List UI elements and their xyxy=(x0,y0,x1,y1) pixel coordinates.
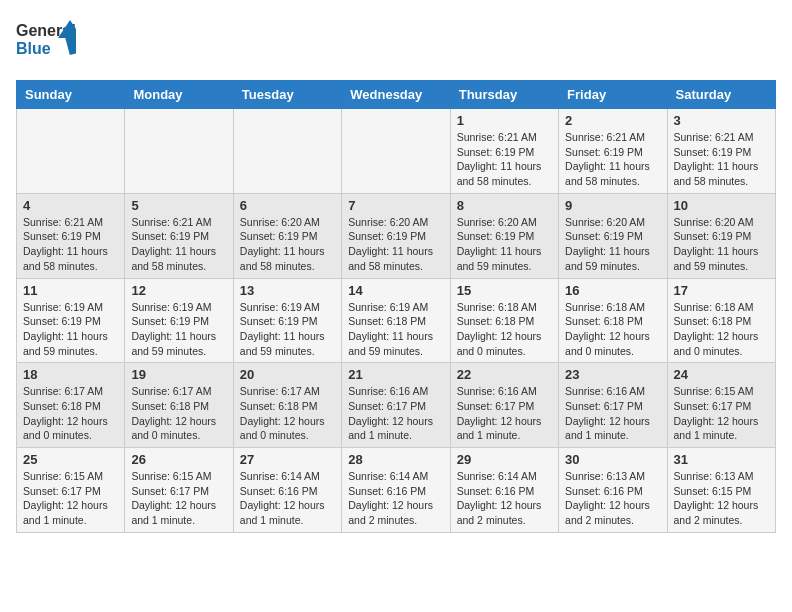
day-info: Sunrise: 6:21 AM Sunset: 6:19 PM Dayligh… xyxy=(23,215,118,274)
calendar-week-row: 18Sunrise: 6:17 AM Sunset: 6:18 PM Dayli… xyxy=(17,363,776,448)
day-info: Sunrise: 6:20 AM Sunset: 6:19 PM Dayligh… xyxy=(674,215,769,274)
day-info: Sunrise: 6:19 AM Sunset: 6:19 PM Dayligh… xyxy=(23,300,118,359)
day-info: Sunrise: 6:18 AM Sunset: 6:18 PM Dayligh… xyxy=(565,300,660,359)
day-number: 2 xyxy=(565,113,660,128)
day-info: Sunrise: 6:15 AM Sunset: 6:17 PM Dayligh… xyxy=(674,384,769,443)
day-info: Sunrise: 6:20 AM Sunset: 6:19 PM Dayligh… xyxy=(240,215,335,274)
calendar-cell: 22Sunrise: 6:16 AM Sunset: 6:17 PM Dayli… xyxy=(450,363,558,448)
day-info: Sunrise: 6:19 AM Sunset: 6:19 PM Dayligh… xyxy=(240,300,335,359)
day-number: 5 xyxy=(131,198,226,213)
day-number: 22 xyxy=(457,367,552,382)
calendar-cell: 28Sunrise: 6:14 AM Sunset: 6:16 PM Dayli… xyxy=(342,448,450,533)
calendar-cell: 11Sunrise: 6:19 AM Sunset: 6:19 PM Dayli… xyxy=(17,278,125,363)
day-info: Sunrise: 6:13 AM Sunset: 6:16 PM Dayligh… xyxy=(565,469,660,528)
day-number: 29 xyxy=(457,452,552,467)
calendar-cell: 2Sunrise: 6:21 AM Sunset: 6:19 PM Daylig… xyxy=(559,109,667,194)
calendar-cell: 8Sunrise: 6:20 AM Sunset: 6:19 PM Daylig… xyxy=(450,193,558,278)
calendar-cell: 29Sunrise: 6:14 AM Sunset: 6:16 PM Dayli… xyxy=(450,448,558,533)
day-info: Sunrise: 6:18 AM Sunset: 6:18 PM Dayligh… xyxy=(457,300,552,359)
col-header-saturday: Saturday xyxy=(667,81,775,109)
calendar-cell xyxy=(125,109,233,194)
calendar-cell: 23Sunrise: 6:16 AM Sunset: 6:17 PM Dayli… xyxy=(559,363,667,448)
day-info: Sunrise: 6:16 AM Sunset: 6:17 PM Dayligh… xyxy=(457,384,552,443)
day-number: 1 xyxy=(457,113,552,128)
day-number: 7 xyxy=(348,198,443,213)
day-info: Sunrise: 6:21 AM Sunset: 6:19 PM Dayligh… xyxy=(565,130,660,189)
day-info: Sunrise: 6:20 AM Sunset: 6:19 PM Dayligh… xyxy=(565,215,660,274)
day-info: Sunrise: 6:19 AM Sunset: 6:18 PM Dayligh… xyxy=(348,300,443,359)
day-info: Sunrise: 6:13 AM Sunset: 6:15 PM Dayligh… xyxy=(674,469,769,528)
day-info: Sunrise: 6:20 AM Sunset: 6:19 PM Dayligh… xyxy=(457,215,552,274)
day-info: Sunrise: 6:21 AM Sunset: 6:19 PM Dayligh… xyxy=(131,215,226,274)
day-info: Sunrise: 6:19 AM Sunset: 6:19 PM Dayligh… xyxy=(131,300,226,359)
day-number: 30 xyxy=(565,452,660,467)
day-number: 28 xyxy=(348,452,443,467)
calendar-cell xyxy=(233,109,341,194)
day-info: Sunrise: 6:16 AM Sunset: 6:17 PM Dayligh… xyxy=(565,384,660,443)
day-number: 25 xyxy=(23,452,118,467)
day-number: 11 xyxy=(23,283,118,298)
col-header-wednesday: Wednesday xyxy=(342,81,450,109)
day-info: Sunrise: 6:16 AM Sunset: 6:17 PM Dayligh… xyxy=(348,384,443,443)
col-header-tuesday: Tuesday xyxy=(233,81,341,109)
header: General Blue xyxy=(16,16,776,70)
calendar-cell xyxy=(342,109,450,194)
calendar-cell: 17Sunrise: 6:18 AM Sunset: 6:18 PM Dayli… xyxy=(667,278,775,363)
logo: General Blue xyxy=(16,16,76,70)
calendar-cell: 26Sunrise: 6:15 AM Sunset: 6:17 PM Dayli… xyxy=(125,448,233,533)
calendar-cell: 6Sunrise: 6:20 AM Sunset: 6:19 PM Daylig… xyxy=(233,193,341,278)
calendar-cell: 15Sunrise: 6:18 AM Sunset: 6:18 PM Dayli… xyxy=(450,278,558,363)
day-info: Sunrise: 6:18 AM Sunset: 6:18 PM Dayligh… xyxy=(674,300,769,359)
day-info: Sunrise: 6:14 AM Sunset: 6:16 PM Dayligh… xyxy=(348,469,443,528)
day-number: 15 xyxy=(457,283,552,298)
day-info: Sunrise: 6:14 AM Sunset: 6:16 PM Dayligh… xyxy=(457,469,552,528)
calendar-cell: 19Sunrise: 6:17 AM Sunset: 6:18 PM Dayli… xyxy=(125,363,233,448)
day-number: 9 xyxy=(565,198,660,213)
calendar-cell: 4Sunrise: 6:21 AM Sunset: 6:19 PM Daylig… xyxy=(17,193,125,278)
calendar-cell: 18Sunrise: 6:17 AM Sunset: 6:18 PM Dayli… xyxy=(17,363,125,448)
day-number: 17 xyxy=(674,283,769,298)
day-number: 23 xyxy=(565,367,660,382)
day-number: 21 xyxy=(348,367,443,382)
calendar-week-row: 1Sunrise: 6:21 AM Sunset: 6:19 PM Daylig… xyxy=(17,109,776,194)
calendar-cell: 1Sunrise: 6:21 AM Sunset: 6:19 PM Daylig… xyxy=(450,109,558,194)
calendar-cell: 13Sunrise: 6:19 AM Sunset: 6:19 PM Dayli… xyxy=(233,278,341,363)
day-number: 10 xyxy=(674,198,769,213)
day-number: 19 xyxy=(131,367,226,382)
day-info: Sunrise: 6:17 AM Sunset: 6:18 PM Dayligh… xyxy=(23,384,118,443)
calendar-cell: 10Sunrise: 6:20 AM Sunset: 6:19 PM Dayli… xyxy=(667,193,775,278)
day-number: 12 xyxy=(131,283,226,298)
day-info: Sunrise: 6:17 AM Sunset: 6:18 PM Dayligh… xyxy=(240,384,335,443)
logo-icon: General Blue xyxy=(16,16,76,70)
calendar-cell: 14Sunrise: 6:19 AM Sunset: 6:18 PM Dayli… xyxy=(342,278,450,363)
calendar-cell: 25Sunrise: 6:15 AM Sunset: 6:17 PM Dayli… xyxy=(17,448,125,533)
calendar-cell: 7Sunrise: 6:20 AM Sunset: 6:19 PM Daylig… xyxy=(342,193,450,278)
svg-text:Blue: Blue xyxy=(16,40,51,57)
day-number: 18 xyxy=(23,367,118,382)
calendar-cell: 21Sunrise: 6:16 AM Sunset: 6:17 PM Dayli… xyxy=(342,363,450,448)
calendar-cell: 12Sunrise: 6:19 AM Sunset: 6:19 PM Dayli… xyxy=(125,278,233,363)
day-info: Sunrise: 6:21 AM Sunset: 6:19 PM Dayligh… xyxy=(674,130,769,189)
day-number: 6 xyxy=(240,198,335,213)
col-header-thursday: Thursday xyxy=(450,81,558,109)
calendar-cell: 20Sunrise: 6:17 AM Sunset: 6:18 PM Dayli… xyxy=(233,363,341,448)
day-number: 14 xyxy=(348,283,443,298)
calendar-cell: 5Sunrise: 6:21 AM Sunset: 6:19 PM Daylig… xyxy=(125,193,233,278)
day-info: Sunrise: 6:15 AM Sunset: 6:17 PM Dayligh… xyxy=(131,469,226,528)
calendar-cell: 3Sunrise: 6:21 AM Sunset: 6:19 PM Daylig… xyxy=(667,109,775,194)
calendar-header-row: SundayMondayTuesdayWednesdayThursdayFrid… xyxy=(17,81,776,109)
day-number: 31 xyxy=(674,452,769,467)
day-number: 24 xyxy=(674,367,769,382)
col-header-sunday: Sunday xyxy=(17,81,125,109)
day-number: 16 xyxy=(565,283,660,298)
col-header-monday: Monday xyxy=(125,81,233,109)
calendar-cell xyxy=(17,109,125,194)
day-info: Sunrise: 6:15 AM Sunset: 6:17 PM Dayligh… xyxy=(23,469,118,528)
calendar-cell: 24Sunrise: 6:15 AM Sunset: 6:17 PM Dayli… xyxy=(667,363,775,448)
day-info: Sunrise: 6:14 AM Sunset: 6:16 PM Dayligh… xyxy=(240,469,335,528)
calendar-cell: 31Sunrise: 6:13 AM Sunset: 6:15 PM Dayli… xyxy=(667,448,775,533)
day-number: 13 xyxy=(240,283,335,298)
day-number: 26 xyxy=(131,452,226,467)
day-number: 27 xyxy=(240,452,335,467)
calendar-cell: 30Sunrise: 6:13 AM Sunset: 6:16 PM Dayli… xyxy=(559,448,667,533)
